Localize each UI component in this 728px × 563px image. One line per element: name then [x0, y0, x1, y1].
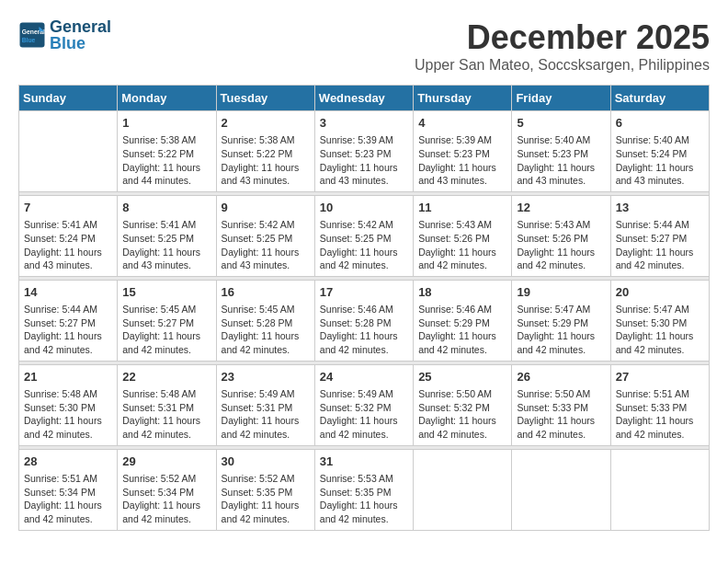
day-number: 28	[24, 454, 112, 470]
day-info: Sunrise: 5:50 AMSunset: 5:32 PMDaylight:…	[418, 387, 506, 442]
day-number: 26	[517, 369, 605, 385]
day-number: 24	[320, 369, 408, 385]
day-info: Sunrise: 5:47 AMSunset: 5:30 PMDaylight:…	[616, 303, 704, 357]
table-row: 8Sunrise: 5:41 AMSunset: 5:25 PMDaylight…	[118, 195, 216, 276]
day-info: Sunrise: 5:53 AMSunset: 5:35 PMDaylight:…	[320, 472, 408, 526]
day-number: 5	[517, 115, 605, 132]
day-number: 25	[418, 369, 506, 385]
table-row: 19Sunrise: 5:47 AMSunset: 5:29 PMDayligh…	[512, 280, 610, 361]
table-row: 22Sunrise: 5:48 AMSunset: 5:31 PMDayligh…	[118, 364, 216, 445]
table-row: 20Sunrise: 5:47 AMSunset: 5:30 PMDayligh…	[610, 280, 709, 361]
day-info: Sunrise: 5:52 AMSunset: 5:34 PMDaylight:…	[122, 472, 210, 526]
day-info: Sunrise: 5:41 AMSunset: 5:24 PMDaylight:…	[24, 218, 112, 272]
table-row: 12Sunrise: 5:43 AMSunset: 5:26 PMDayligh…	[512, 195, 610, 276]
table-row: 30Sunrise: 5:52 AMSunset: 5:35 PMDayligh…	[216, 449, 314, 530]
day-number: 17	[320, 284, 408, 301]
table-row: 13Sunrise: 5:44 AMSunset: 5:27 PMDayligh…	[610, 195, 709, 276]
day-info: Sunrise: 5:45 AMSunset: 5:27 PMDaylight:…	[122, 303, 210, 357]
day-number: 13	[616, 200, 704, 216]
day-number: 18	[418, 284, 506, 301]
day-info: Sunrise: 5:44 AMSunset: 5:27 PMDaylight:…	[24, 303, 112, 357]
calendar-header-row: Sunday Monday Tuesday Wednesday Thursday…	[19, 86, 710, 111]
day-number: 29	[122, 454, 210, 470]
table-row: 15Sunrise: 5:45 AMSunset: 5:27 PMDayligh…	[118, 280, 216, 361]
day-info: Sunrise: 5:49 AMSunset: 5:32 PMDaylight:…	[320, 387, 408, 442]
day-info: Sunrise: 5:46 AMSunset: 5:29 PMDaylight:…	[418, 303, 506, 357]
day-number: 15	[122, 284, 210, 301]
day-number: 19	[517, 284, 605, 301]
table-row: 31Sunrise: 5:53 AMSunset: 5:35 PMDayligh…	[314, 449, 413, 530]
table-row	[19, 111, 118, 192]
day-number: 8	[122, 200, 210, 216]
calendar-table: Sunday Monday Tuesday Wednesday Thursday…	[18, 85, 710, 531]
day-number: 14	[24, 284, 112, 301]
day-info: Sunrise: 5:39 AMSunset: 5:23 PMDaylight:…	[418, 133, 506, 188]
table-row: 26Sunrise: 5:50 AMSunset: 5:33 PMDayligh…	[512, 364, 610, 445]
table-row: 18Sunrise: 5:46 AMSunset: 5:29 PMDayligh…	[414, 280, 512, 361]
day-number: 21	[24, 369, 112, 385]
day-info: Sunrise: 5:43 AMSunset: 5:26 PMDaylight:…	[517, 218, 605, 272]
day-info: Sunrise: 5:52 AMSunset: 5:35 PMDaylight:…	[222, 472, 310, 526]
calendar-week-row: 7Sunrise: 5:41 AMSunset: 5:24 PMDaylight…	[19, 195, 710, 276]
day-info: Sunrise: 5:42 AMSunset: 5:25 PMDaylight:…	[222, 218, 310, 272]
day-info: Sunrise: 5:47 AMSunset: 5:29 PMDaylight:…	[517, 303, 605, 357]
table-row: 29Sunrise: 5:52 AMSunset: 5:34 PMDayligh…	[118, 449, 216, 530]
day-info: Sunrise: 5:38 AMSunset: 5:22 PMDaylight:…	[122, 133, 210, 188]
day-number: 2	[222, 115, 310, 132]
calendar-week-row: 21Sunrise: 5:48 AMSunset: 5:30 PMDayligh…	[19, 364, 710, 445]
day-number: 23	[222, 369, 310, 385]
logo-general: General	[50, 17, 111, 36]
table-row: 4Sunrise: 5:39 AMSunset: 5:23 PMDaylight…	[414, 111, 512, 192]
table-row	[512, 449, 610, 530]
table-row: 16Sunrise: 5:45 AMSunset: 5:28 PMDayligh…	[216, 280, 314, 361]
table-row: 17Sunrise: 5:46 AMSunset: 5:28 PMDayligh…	[314, 280, 413, 361]
day-info: Sunrise: 5:40 AMSunset: 5:24 PMDaylight:…	[616, 133, 704, 188]
day-info: Sunrise: 5:42 AMSunset: 5:25 PMDaylight:…	[320, 218, 408, 272]
header-friday: Friday	[512, 86, 610, 111]
day-info: Sunrise: 5:49 AMSunset: 5:31 PMDaylight:…	[222, 387, 310, 442]
header-sunday: Sunday	[19, 86, 118, 111]
table-row: 6Sunrise: 5:40 AMSunset: 5:24 PMDaylight…	[610, 111, 709, 192]
table-row: 25Sunrise: 5:50 AMSunset: 5:32 PMDayligh…	[414, 364, 512, 445]
day-number: 27	[616, 369, 704, 385]
day-info: Sunrise: 5:51 AMSunset: 5:34 PMDaylight:…	[24, 472, 112, 526]
day-number: 10	[320, 200, 408, 216]
table-row: 10Sunrise: 5:42 AMSunset: 5:25 PMDayligh…	[314, 195, 413, 276]
logo-text: General Blue	[50, 18, 111, 52]
day-info: Sunrise: 5:46 AMSunset: 5:28 PMDaylight:…	[320, 303, 408, 357]
page-container: General Blue General Blue December 2025 …	[18, 18, 710, 531]
day-info: Sunrise: 5:38 AMSunset: 5:22 PMDaylight:…	[222, 133, 310, 188]
header-monday: Monday	[118, 86, 216, 111]
day-number: 30	[222, 454, 310, 470]
day-number: 20	[616, 284, 704, 301]
day-info: Sunrise: 5:40 AMSunset: 5:23 PMDaylight:…	[517, 133, 605, 188]
day-number: 22	[122, 369, 210, 385]
day-info: Sunrise: 5:45 AMSunset: 5:28 PMDaylight:…	[222, 303, 310, 357]
day-number: 7	[24, 200, 112, 216]
table-row: 28Sunrise: 5:51 AMSunset: 5:34 PMDayligh…	[19, 449, 118, 530]
table-row	[414, 449, 512, 530]
day-info: Sunrise: 5:43 AMSunset: 5:26 PMDaylight:…	[418, 218, 506, 272]
logo-icon: General Blue	[18, 21, 46, 49]
calendar-week-row: 14Sunrise: 5:44 AMSunset: 5:27 PMDayligh…	[19, 280, 710, 361]
header-wednesday: Wednesday	[314, 86, 413, 111]
table-row: 9Sunrise: 5:42 AMSunset: 5:25 PMDaylight…	[216, 195, 314, 276]
calendar-week-row: 1Sunrise: 5:38 AMSunset: 5:22 PMDaylight…	[19, 111, 710, 192]
day-info: Sunrise: 5:39 AMSunset: 5:23 PMDaylight:…	[320, 133, 408, 188]
location-title: Upper San Mateo, Soccsksargen, Philippin…	[415, 57, 710, 74]
svg-rect-0	[20, 23, 45, 48]
day-info: Sunrise: 5:44 AMSunset: 5:27 PMDaylight:…	[616, 218, 704, 272]
table-row: 21Sunrise: 5:48 AMSunset: 5:30 PMDayligh…	[19, 364, 118, 445]
title-section: December 2025 Upper San Mateo, Soccsksar…	[415, 18, 710, 74]
table-row: 27Sunrise: 5:51 AMSunset: 5:33 PMDayligh…	[610, 364, 709, 445]
table-row: 11Sunrise: 5:43 AMSunset: 5:26 PMDayligh…	[414, 195, 512, 276]
day-number: 1	[122, 115, 210, 132]
table-row: 23Sunrise: 5:49 AMSunset: 5:31 PMDayligh…	[216, 364, 314, 445]
header-tuesday: Tuesday	[216, 86, 314, 111]
table-row: 3Sunrise: 5:39 AMSunset: 5:23 PMDaylight…	[314, 111, 413, 192]
table-row	[610, 449, 709, 530]
table-row: 24Sunrise: 5:49 AMSunset: 5:32 PMDayligh…	[314, 364, 413, 445]
day-number: 11	[418, 200, 506, 216]
day-number: 6	[616, 115, 704, 132]
day-number: 3	[320, 115, 408, 132]
